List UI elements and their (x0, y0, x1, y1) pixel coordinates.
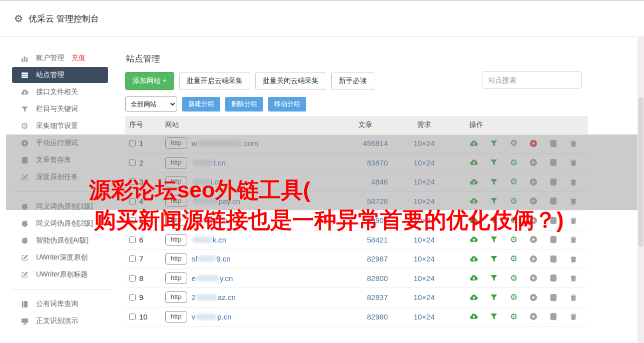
filter-icon[interactable] (489, 178, 498, 186)
play-icon[interactable] (529, 255, 538, 263)
play-icon[interactable] (529, 178, 538, 186)
row-checkbox[interactable] (129, 294, 136, 300)
play-icon[interactable] (529, 140, 538, 148)
database-icon[interactable] (549, 294, 558, 302)
gears-icon[interactable]: ⚙ (509, 294, 518, 302)
trash-icon[interactable] (569, 158, 578, 166)
filter-icon[interactable] (489, 274, 498, 282)
filter-icon[interactable] (489, 216, 498, 224)
sidebar-item-7[interactable]: 深度原创任务 (12, 169, 108, 185)
batch-close-cloud-button[interactable]: 批量关闭云端采集 (255, 72, 326, 90)
filter-icon[interactable] (489, 312, 498, 320)
gears-icon[interactable]: ⚙ (509, 178, 518, 186)
cloud-upload-icon[interactable] (469, 312, 478, 320)
sidebar-item-9[interactable]: 同义词伪原创[1版] (12, 198, 108, 214)
sidebar-item-1[interactable]: 站点管理 (12, 67, 108, 83)
newbie-guide-button[interactable]: 新手必读 (331, 72, 374, 90)
filter-icon[interactable] (489, 255, 498, 263)
sidebar-item-15[interactable]: 公有词库查询 (12, 296, 108, 312)
database-icon[interactable] (549, 178, 558, 186)
gears-icon[interactable]: ⚙ (509, 140, 518, 148)
play-icon[interactable] (529, 158, 538, 166)
group-filter-select[interactable]: 全部网站 (125, 96, 177, 112)
http-badge[interactable]: http (165, 196, 187, 207)
sidebar-item-4[interactable]: ⚙采集细节设置 (12, 118, 108, 134)
database-icon[interactable] (549, 312, 558, 320)
site-domain[interactable]: ey.cn (192, 274, 233, 282)
sidebar-item-12[interactable]: UWriter深度原创 (12, 250, 108, 266)
move-group-button[interactable]: 移动分组 (268, 97, 306, 112)
row-checkbox[interactable] (129, 178, 136, 185)
http-badge[interactable]: http (165, 138, 187, 149)
site-domain[interactable]: sf9.cn (192, 254, 231, 263)
gears-icon[interactable]: ⚙ (509, 216, 518, 224)
filter-icon[interactable] (489, 140, 498, 148)
trash-icon[interactable] (569, 178, 578, 186)
filter-icon[interactable] (489, 197, 498, 205)
row-checkbox[interactable] (129, 198, 136, 204)
cloud-upload-icon[interactable] (469, 178, 478, 186)
play-icon[interactable] (529, 197, 538, 205)
site-domain[interactable]: s.cn (192, 216, 228, 224)
gears-icon[interactable]: ⚙ (509, 158, 518, 166)
trash-icon[interactable] (569, 312, 578, 320)
trash-icon[interactable] (569, 294, 578, 302)
trash-icon[interactable] (569, 274, 578, 282)
http-badge[interactable]: http (165, 214, 187, 226)
row-checkbox[interactable] (129, 314, 136, 320)
http-badge[interactable]: http (165, 176, 187, 188)
database-icon[interactable] (549, 158, 558, 166)
new-group-button[interactable]: 新建分组 (182, 97, 220, 112)
trash-icon[interactable] (569, 255, 578, 263)
cloud-upload-icon[interactable] (469, 158, 478, 166)
trash-icon[interactable] (569, 140, 578, 148)
sidebar-item-2[interactable]: 接口文件相关 (12, 84, 108, 100)
add-site-button[interactable]: 添加网站 + (125, 72, 174, 90)
scrollbar-thumb[interactable] (638, 97, 643, 247)
delete-group-button[interactable]: 删除分组 (225, 97, 263, 112)
trash-icon[interactable] (569, 216, 578, 224)
gears-icon[interactable]: ⚙ (509, 312, 518, 320)
site-domain[interactable]: i.cn (192, 178, 222, 186)
site-domain[interactable]: w.com (192, 139, 258, 148)
play-icon[interactable] (529, 216, 538, 224)
row-checkbox[interactable] (129, 256, 136, 262)
site-search-input[interactable] (482, 71, 582, 88)
filter-icon[interactable] (489, 294, 498, 302)
cloud-upload-icon[interactable] (469, 236, 478, 244)
play-icon[interactable] (529, 294, 538, 302)
site-domain[interactable]: 2az.cn (192, 293, 236, 302)
cloud-upload-icon[interactable] (469, 216, 478, 224)
http-badge[interactable]: http (165, 253, 187, 264)
site-domain[interactable]: t.cn (192, 158, 226, 167)
filter-icon[interactable] (489, 158, 498, 166)
sidebar-item-10[interactable]: 同义词伪原创[2版] (12, 216, 108, 232)
site-domain[interactable]: pay.cn (192, 197, 240, 206)
row-checkbox[interactable] (129, 160, 136, 166)
gears-icon[interactable]: ⚙ (509, 197, 518, 205)
trash-icon[interactable] (569, 197, 578, 205)
database-icon[interactable] (549, 197, 558, 205)
row-checkbox[interactable] (129, 275, 136, 282)
trash-icon[interactable] (569, 236, 578, 244)
sidebar-item-11[interactable]: 智能伪原创[AI版] (12, 232, 108, 248)
gears-icon[interactable]: ⚙ (509, 274, 518, 282)
cloud-upload-icon[interactable] (469, 274, 478, 282)
play-icon[interactable] (529, 236, 538, 244)
http-badge[interactable]: http (165, 157, 187, 168)
database-icon[interactable] (549, 216, 558, 224)
database-icon[interactable] (549, 274, 558, 282)
sidebar-item-13[interactable]: UWriter原创标题 (12, 266, 108, 282)
http-badge[interactable]: http (165, 292, 187, 303)
cloud-upload-icon[interactable] (469, 255, 478, 263)
sidebar-item-16[interactable]: 正文识别演示 (12, 313, 108, 329)
cloud-upload-icon[interactable] (469, 140, 478, 148)
filter-icon[interactable] (489, 236, 498, 244)
sidebar-item-3[interactable]: 栏目与关键词 (12, 101, 108, 117)
row-checkbox[interactable] (129, 217, 136, 224)
row-checkbox[interactable] (129, 236, 136, 243)
gears-icon[interactable]: ⚙ (509, 236, 518, 244)
row-checkbox[interactable] (129, 140, 136, 146)
recharge-badge[interactable]: 充值 (72, 54, 86, 62)
cloud-upload-icon[interactable] (469, 294, 478, 302)
